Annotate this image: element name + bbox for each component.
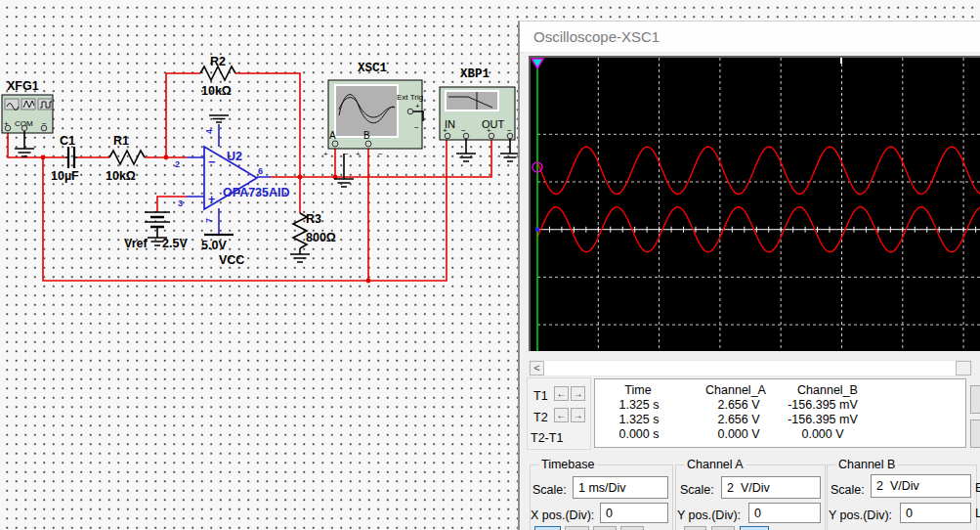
r2-value: 10kΩ (201, 84, 232, 98)
ab-button-clipped[interactable] (620, 526, 644, 530)
t2-left-button[interactable]: ← (554, 408, 569, 422)
cursor-panel: T1 ← → T2 ← → T2-T1 (527, 377, 591, 450)
function-generator-xfg1[interactable]: XFG1 + COM − (2, 79, 53, 156)
ground-symbol (456, 154, 520, 161)
opamp-minus: − (208, 155, 215, 169)
vref-value: 2.5V (162, 237, 188, 250)
resistor-r3[interactable]: R3 800Ω (290, 212, 336, 262)
a-plus: + (323, 150, 328, 158)
channel-b-scale-input[interactable] (871, 474, 971, 498)
dc-button-clipped[interactable] (740, 526, 769, 530)
t2-time: 1.325 s (618, 413, 659, 426)
channel-b-cursor-marker (535, 228, 539, 232)
t1-left-button[interactable]: ← (554, 386, 569, 401)
window-titlebar[interactable]: Oscilloscope-XSC1 (520, 22, 980, 53)
c1-value: 10µF (51, 169, 79, 183)
timebase-scale-input[interactable] (573, 476, 668, 499)
right-arrow-icon: → (574, 410, 583, 420)
channel-a-scale-input[interactable] (721, 476, 821, 499)
timebase-xpos-input[interactable] (600, 503, 668, 523)
zero-button-clipped[interactable] (711, 526, 735, 530)
ext-trig-minus: − (414, 123, 419, 132)
yt-button-clipped[interactable] (534, 526, 561, 530)
timebase-title: Timebase (538, 458, 597, 471)
ground-symbol (290, 254, 310, 262)
ext-trig-plus: + (415, 102, 420, 110)
xsc1-ref: XSC1 (358, 62, 387, 75)
square-wave-icon (40, 102, 52, 108)
pin-7: 7 (204, 218, 214, 223)
timebase-scale-label: Scale: (533, 483, 567, 497)
xfg1-ref: XFG1 (7, 79, 39, 93)
t2-channel-b: -156.395 mV (788, 413, 858, 426)
ground-symbol (209, 115, 229, 122)
resistor-r2[interactable]: R2 10kΩ (200, 55, 235, 98)
left-arrow-icon: ← (557, 388, 567, 399)
oscilloscope-xsc1-icon[interactable]: XSC1 Ext Trig + − A B + − + − (323, 62, 423, 187)
battery-vref[interactable]: Vref 2.5V (124, 212, 188, 250)
t2-t1-time: 0.000 s (618, 427, 659, 441)
channel-a-ypos-input[interactable] (748, 503, 821, 523)
channel-a-title: Channel A (684, 458, 746, 471)
xbp1-out-label: OUT (482, 118, 505, 130)
t-cursor-flag[interactable] (532, 59, 543, 68)
u2-ref: U2 (227, 150, 242, 163)
timebase-group: Timebase Scale: X pos.(Div): (530, 464, 673, 530)
window-title: Oscilloscope-XSC1 (533, 28, 660, 45)
left-arrow-icon: ← (557, 410, 567, 420)
pin-3: 3 (178, 199, 183, 208)
ground-symbol (334, 179, 354, 187)
channel-a-terminal-label: A (329, 130, 336, 141)
add-button-clipped[interactable] (565, 526, 589, 530)
scope-plot (531, 58, 980, 351)
t1-channel-a: 2.656 V (717, 398, 759, 412)
scroll-left-button[interactable]: < (530, 361, 544, 375)
resistor-r1[interactable]: R1 10kΩ (106, 134, 145, 183)
t1-channel-b: -156.395 mV (788, 398, 858, 412)
t2-t1-channel-b: 0.000 V (801, 427, 843, 441)
scope-display-bezel (524, 52, 980, 374)
channel-b-terminal-label: B (363, 130, 370, 141)
channel-b-ypos-input[interactable] (900, 503, 971, 523)
bode-plotter-xbp1-icon[interactable]: XBP1 IN OUT + − + − (440, 67, 520, 161)
scroll-right-button[interactable] (956, 361, 971, 375)
t1-right-button[interactable]: → (571, 386, 585, 401)
capacitor-c1[interactable]: C1 10µF (51, 134, 79, 183)
opamp-u2[interactable]: − + U2 OPA735AID 2 3 6 4 7 (175, 115, 290, 235)
oscilloscope-window: Oscilloscope-XSC1 < T1 ← → T2 ← → T2-T1 … (518, 21, 980, 530)
right-arrow-icon: → (574, 388, 583, 399)
c1-ref: C1 (60, 134, 75, 148)
t2-t1-label: T2-T1 (531, 431, 563, 445)
scope-horizontal-scrollbar[interactable]: < (529, 360, 972, 376)
b-minus: − (378, 150, 383, 158)
pin-4: 4 (204, 129, 214, 134)
save-button-clipped[interactable] (970, 420, 980, 448)
channel-a-ypos-label: Y pos.(Div): (677, 508, 741, 522)
channel-b-group: Channel B Scale: Y pos.(Div): (827, 464, 977, 530)
ba-button-clipped[interactable] (593, 526, 617, 530)
t2-channel-a: 2.656 V (717, 413, 759, 426)
u2-part: OPA735AID (223, 186, 290, 199)
vcc-value: 5.0V (201, 239, 227, 252)
r1-ref: R1 (113, 134, 129, 148)
t2-right-button[interactable]: → (571, 408, 585, 422)
col-header-channel-b: Channel_B (797, 383, 858, 397)
schematic-canvas: XFG1 + COM − C1 10µF (0, 0, 523, 530)
ac-button-clipped[interactable] (684, 526, 706, 530)
vref-label: Vref (124, 237, 148, 250)
reverse-button-clipped[interactable] (970, 385, 980, 414)
pin-6: 6 (258, 166, 263, 176)
r3-value: 800Ω (306, 231, 336, 244)
multisim-workspace: XFG1 + COM − C1 10µF (0, 0, 980, 530)
trigger-level-label-clipped: L (975, 507, 980, 520)
channel-a-trace (537, 147, 980, 194)
channel-b-scale-label: Scale: (831, 483, 865, 497)
r1-value: 10kΩ (106, 169, 136, 183)
r3-ref: R3 (306, 212, 321, 226)
channel-a-scale-label: Scale: (680, 483, 714, 497)
ground-symbol (15, 149, 34, 156)
pin-2: 2 (175, 159, 180, 169)
scroll-left-icon: < (533, 362, 539, 374)
scope-display (529, 56, 980, 351)
timebase-xpos-label: X pos.(Div): (531, 508, 594, 522)
